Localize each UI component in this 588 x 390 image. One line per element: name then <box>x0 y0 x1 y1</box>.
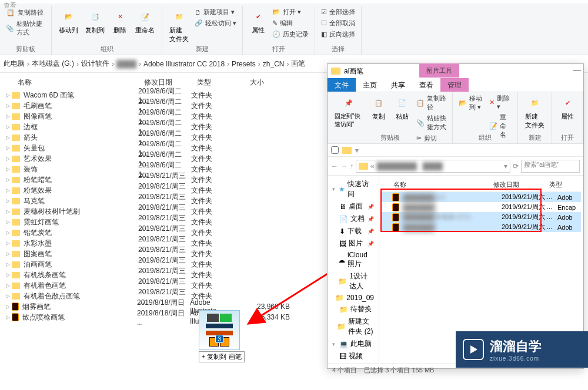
expand-icon[interactable]: ▷ <box>6 251 11 257</box>
win2-copy-path[interactable]: 📋复制路径 <box>415 93 448 112</box>
sidebar-item[interactable]: 📁 2019_09 <box>330 292 376 303</box>
win2-header-date[interactable]: 修改日期 <box>493 180 549 189</box>
win2-header-type[interactable]: 类型 <box>549 180 573 189</box>
tab-file[interactable]: 文件 <box>328 78 356 92</box>
picture-tools-tab[interactable]: 图片工具 <box>419 63 459 78</box>
select-none-button[interactable]: ☐全部取消 <box>320 18 356 28</box>
sidebar-item[interactable]: 📁 待替换 <box>330 303 376 315</box>
win2-titlebar[interactable]: ai画笔 图片工具 — <box>328 64 583 78</box>
open-button[interactable]: 📂打开 ▾ <box>271 7 310 17</box>
breadcrumb-item[interactable]: ████ <box>116 60 136 68</box>
new-folder-button[interactable]: 📁新建 文件夹 <box>167 7 191 45</box>
up-button[interactable]: ↑ <box>350 162 353 170</box>
expand-icon[interactable]: ▷ <box>6 156 11 162</box>
minimize-button[interactable]: — <box>573 65 581 75</box>
expand-icon[interactable]: ▷ <box>6 177 11 183</box>
tab-view[interactable]: 查看 <box>412 78 440 92</box>
back-button[interactable]: ← <box>331 162 338 170</box>
breadcrumb-item[interactable]: 此电脑 <box>4 59 25 69</box>
header-type[interactable]: 类型 <box>197 78 250 88</box>
new-item-button[interactable]: 🗋新建项目 ▾ <box>193 7 238 17</box>
invert-selection-button[interactable]: ◧反向选择 <box>320 29 356 39</box>
sidebar-label: 1设计达人 <box>349 271 374 291</box>
paste-button[interactable]: 📄粘贴 <box>392 93 413 122</box>
expand-icon[interactable]: ▷ <box>6 230 11 236</box>
tab-share[interactable]: 共享 <box>384 78 412 92</box>
folder-icon <box>12 135 20 141</box>
tab-home[interactable]: 主页 <box>356 78 384 92</box>
breadcrumb-item[interactable]: Adobe Illustrator CC 2018 <box>143 60 225 68</box>
folder-icon: 📁 <box>335 294 344 302</box>
file-name: 箭头 <box>24 133 138 143</box>
expand-icon[interactable]: ▷ <box>6 304 11 310</box>
breadcrumb-item[interactable]: 设计软件 <box>81 59 109 69</box>
star-icon: ★ <box>339 185 345 193</box>
tab-manage[interactable]: 管理 <box>440 78 469 92</box>
expand-icon[interactable]: ▷ <box>6 219 11 225</box>
sidebar-item[interactable]: ▾ ★ 快速访问 <box>330 178 376 200</box>
win2-delete[interactable]: ✕删除 ▾ <box>488 93 513 111</box>
expand-icon[interactable]: ▷ <box>6 283 11 288</box>
expand-icon[interactable]: ▷ <box>6 103 11 109</box>
breadcrumb-item[interactable]: 画笔 <box>291 59 305 69</box>
expand-icon[interactable]: ▷ <box>6 135 11 140</box>
delete-button[interactable]: ✕删除 <box>109 7 131 36</box>
move-to-button[interactable]: 📂移动到 <box>56 7 81 36</box>
sidebar-item[interactable]: 🎞 视频 <box>330 350 376 362</box>
refresh-button[interactable]: ⟳ <box>513 162 519 170</box>
rename-button[interactable]: 📝重命名 <box>133 7 157 36</box>
file-size: 23,960 KB <box>243 302 290 311</box>
sidebar-label: 下载 <box>348 226 362 236</box>
paste-shortcut-button[interactable]: 📎粘贴快捷方式 <box>5 19 46 38</box>
expand-icon[interactable]: ▷ <box>6 293 11 299</box>
expand-icon[interactable]: ▷ <box>6 166 11 172</box>
expand-icon[interactable]: ▷ <box>6 209 11 214</box>
expand-icon[interactable]: ▷ <box>6 272 11 278</box>
expand-icon[interactable]: ▷ <box>6 145 11 151</box>
dropdown-icon[interactable]: ▾ <box>355 146 359 154</box>
copy-to-button[interactable]: 📑复制到 <box>83 7 107 36</box>
address-input[interactable]: « ████████ ████ ▾ <box>356 160 510 173</box>
sidebar-item[interactable]: 🖥 桌面 📌 <box>330 200 376 213</box>
sidebar-item[interactable]: 🖼 图片 📌 <box>330 237 376 250</box>
expand-icon[interactable]: ▷ <box>6 187 11 193</box>
copy-button[interactable]: 📋复制 <box>368 93 389 122</box>
edit-button[interactable]: ✎编辑 <box>271 18 310 28</box>
win2-paste-shortcut[interactable]: 📎粘贴快捷方式 <box>415 113 448 132</box>
breadcrumb-item[interactable]: zh_CN <box>263 60 285 68</box>
sidebar-item[interactable]: ▾ 💻 此电脑 <box>330 338 376 350</box>
expand-icon[interactable]: ▷ <box>6 198 11 204</box>
forward-button[interactable]: → <box>340 162 348 170</box>
sidebar-item[interactable]: ⬇ 下载 📌 <box>330 225 376 237</box>
chevron-icon: ▾ <box>332 341 337 347</box>
expand-icon[interactable]: ▷ <box>6 124 11 130</box>
expand-icon[interactable]: ▷ <box>6 92 11 98</box>
breadcrumb-item[interactable]: Presets <box>232 60 256 68</box>
sidebar-item[interactable]: ☁ iCloud 照片 <box>330 250 376 270</box>
win2-group-clipboard: 剪贴板 <box>332 133 447 142</box>
win2-properties[interactable]: ✔属性 <box>557 93 578 122</box>
folder-icon <box>342 147 352 154</box>
header-name[interactable]: 名称 <box>18 78 144 88</box>
properties-button[interactable]: ✔属性 <box>248 7 269 36</box>
win2-header-name[interactable]: 名称 <box>382 180 493 189</box>
sidebar-item[interactable]: 📁 1设计达人 <box>330 270 376 292</box>
expand-icon[interactable]: ▷ <box>6 113 11 119</box>
win2-new-folder[interactable]: 📁新建 文件夹 <box>523 93 547 131</box>
sidebar-item[interactable]: 📁 新建文件夹 (2) <box>330 315 376 338</box>
header-size[interactable]: 大小 <box>250 78 297 88</box>
expand-icon[interactable]: ▷ <box>6 240 11 246</box>
sidebar-item[interactable]: 🖼 图片 <box>330 362 376 364</box>
breadcrumb-item[interactable]: 本地磁盘 (G:) <box>32 59 74 69</box>
select-all-checkbox[interactable] <box>331 146 339 154</box>
easy-access-button[interactable]: 🔗轻松访问 ▾ <box>193 18 238 28</box>
win2-move-to[interactable]: 📂移动到 ▾ <box>457 93 486 112</box>
file-type: 文件夹 <box>191 154 244 164</box>
expand-icon[interactable]: ▷ <box>6 261 11 267</box>
expand-icon[interactable]: ▷ <box>6 314 11 320</box>
search-input[interactable]: 搜索"ai画笔" <box>521 160 580 173</box>
history-button[interactable]: 🕘历史记录 <box>271 29 310 39</box>
sidebar-item[interactable]: 📄 文档 📌 <box>330 213 376 225</box>
pin-to-quick-access[interactable]: 📌固定到"快速访问" <box>332 93 366 130</box>
select-all-button[interactable]: ☑全部选择 <box>320 7 356 17</box>
